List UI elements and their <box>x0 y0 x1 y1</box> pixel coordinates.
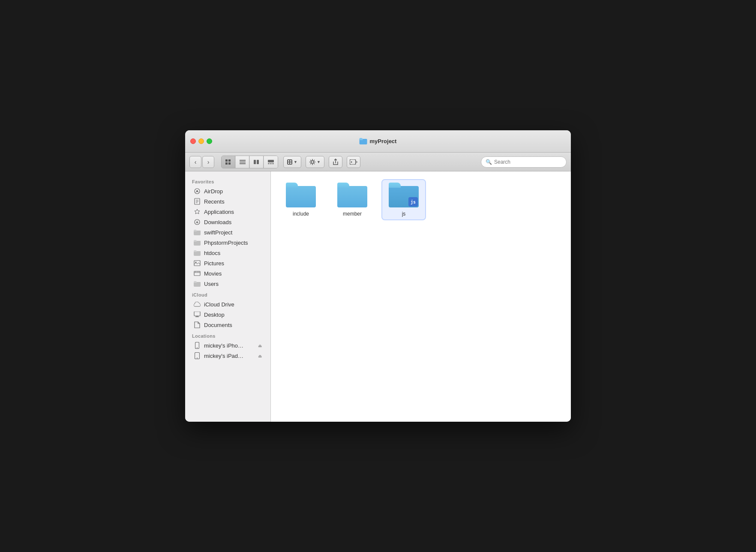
svg-rect-15 <box>290 160 291 162</box>
htdocs-folder-icon <box>194 249 201 256</box>
users-label: Users <box>204 281 219 287</box>
svg-point-49 <box>197 358 198 359</box>
sidebar-item-downloads[interactable]: Downloads <box>187 217 269 227</box>
recents-label: Recents <box>204 198 225 205</box>
finder-window: myProject ‹ › <box>185 130 571 422</box>
svg-rect-27 <box>350 159 356 165</box>
close-button[interactable] <box>190 138 196 144</box>
swiftproject-folder-icon <box>194 229 201 236</box>
iphone-eject-icon[interactable]: ⏏ <box>258 343 262 348</box>
applications-label: Applications <box>204 209 234 215</box>
svg-rect-8 <box>257 160 259 164</box>
phpstorm-folder-icon <box>194 239 201 246</box>
search-icon: 🔍 <box>486 159 492 165</box>
svg-rect-16 <box>288 162 289 164</box>
nav-buttons: ‹ › <box>189 156 214 168</box>
svg-rect-12 <box>272 163 274 164</box>
forward-button[interactable]: › <box>202 156 214 168</box>
sidebar-item-iphone[interactable]: mickey's iPho… ⏏ <box>187 340 269 351</box>
svg-line-23 <box>310 160 311 161</box>
svg-point-18 <box>311 161 314 163</box>
sidebar: Favorites AirDrop <box>185 171 271 422</box>
sidebar-item-movies[interactable]: Movies <box>187 268 269 279</box>
back-button[interactable]: ‹ <box>189 156 201 168</box>
search-input[interactable] <box>494 159 562 165</box>
action-button[interactable]: ▼ <box>306 156 324 168</box>
include-label: include <box>293 211 309 217</box>
title-folder-icon <box>360 138 367 144</box>
sidebar-item-ipad[interactable]: mickey's iPad… ⏏ <box>187 351 269 361</box>
users-folder-icon <box>194 280 201 287</box>
main-content: Favorites AirDrop <box>185 171 571 422</box>
movies-label: Movies <box>204 270 222 277</box>
titlebar: myProject <box>185 130 571 153</box>
svg-rect-4 <box>240 160 246 161</box>
svg-rect-3 <box>228 162 231 165</box>
search-box[interactable]: 🔍 <box>481 156 567 168</box>
icon-view-button[interactable] <box>222 156 235 168</box>
svg-rect-0 <box>225 159 228 162</box>
ipad-icon <box>194 352 201 359</box>
svg-rect-5 <box>240 162 246 162</box>
sidebar-item-airdrop[interactable]: AirDrop <box>187 186 269 196</box>
sidebar-item-htdocs[interactable]: htdocs <box>187 248 269 258</box>
traffic-lights <box>190 138 212 144</box>
svg-rect-43 <box>194 312 200 316</box>
svg-rect-10 <box>268 163 270 164</box>
view-mode-buttons <box>221 156 278 168</box>
downloads-icon <box>194 219 201 225</box>
sidebar-item-swiftproject[interactable]: swiftProject <box>187 227 269 237</box>
svg-rect-9 <box>268 160 274 162</box>
svg-rect-1 <box>228 159 231 162</box>
locations-header: Locations <box>185 330 270 340</box>
favorites-header: Favorites <box>185 176 270 186</box>
pictures-icon <box>194 260 201 267</box>
svg-line-26 <box>310 163 311 164</box>
file-item-js[interactable]: js js <box>382 180 425 219</box>
sidebar-item-documents[interactable]: Documents <box>187 320 269 330</box>
list-view-button[interactable] <box>236 156 249 168</box>
downloads-label: Downloads <box>204 219 231 225</box>
svg-line-25 <box>314 160 315 161</box>
toolbar: ‹ › <box>185 153 571 171</box>
sidebar-item-applications[interactable]: Applications <box>187 207 269 217</box>
swiftproject-label: swiftProject <box>204 229 232 236</box>
phpstorm-label: PhpstormProjects <box>204 240 248 246</box>
js-label: js <box>402 211 406 217</box>
sidebar-item-recents[interactable]: Recents <box>187 196 269 207</box>
svg-point-47 <box>197 348 198 348</box>
icloud-drive-icon <box>194 301 201 308</box>
maximize-button[interactable] <box>207 138 212 144</box>
column-view-button[interactable] <box>250 156 264 168</box>
airdrop-label: AirDrop <box>204 188 223 195</box>
desktop-label: Desktop <box>204 312 225 318</box>
minimize-button[interactable] <box>198 138 204 144</box>
file-item-include[interactable]: include <box>279 180 322 219</box>
sidebar-item-pictures[interactable]: Pictures <box>187 258 269 268</box>
tag-button[interactable] <box>347 156 360 168</box>
pictures-label: Pictures <box>204 260 224 267</box>
ipad-label: mickey's iPad… <box>204 353 243 359</box>
ipad-eject-icon[interactable]: ⏏ <box>258 354 262 358</box>
file-item-member[interactable]: member <box>331 180 374 219</box>
svg-rect-36 <box>194 261 200 266</box>
sidebar-item-icloud-drive[interactable]: iCloud Drive <box>187 299 269 309</box>
desktop-icon <box>194 311 201 318</box>
svg-rect-6 <box>240 163 246 164</box>
recents-icon <box>194 198 201 205</box>
window-title-area: myProject <box>360 138 397 144</box>
icloud-header: iCloud <box>185 289 270 299</box>
svg-point-28 <box>351 161 352 162</box>
file-area: include member js js <box>271 171 571 422</box>
member-folder-icon <box>337 183 367 207</box>
iphone-icon <box>194 342 201 349</box>
svg-rect-2 <box>225 162 228 165</box>
svg-rect-11 <box>270 163 272 164</box>
arrange-button[interactable]: ▼ <box>283 156 301 168</box>
gallery-view-button[interactable] <box>264 156 278 168</box>
sidebar-item-users[interactable]: Users <box>187 279 269 289</box>
sidebar-item-phpstorm[interactable]: PhpstormProjects <box>187 237 269 248</box>
share-button[interactable] <box>329 156 342 168</box>
sidebar-item-desktop[interactable]: Desktop <box>187 309 269 320</box>
documents-label: Documents <box>204 322 232 328</box>
